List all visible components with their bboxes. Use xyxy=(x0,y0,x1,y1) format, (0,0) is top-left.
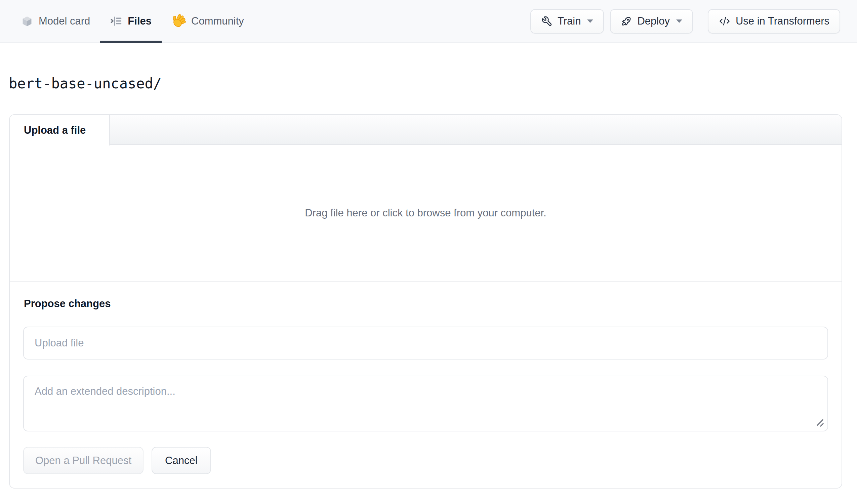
train-button-label: Train xyxy=(557,15,581,27)
textarea-resize-handle[interactable] xyxy=(816,419,825,427)
extended-description-textarea[interactable] xyxy=(23,376,828,432)
wrench-icon xyxy=(541,15,553,27)
repo-nav: Model card Files xyxy=(11,0,254,42)
tab-files[interactable]: Files xyxy=(100,0,162,42)
tab-community-label: Community xyxy=(191,15,244,27)
open-pull-request-button[interactable]: Open a Pull Request xyxy=(23,447,144,474)
caret-down-icon xyxy=(676,19,682,23)
deploy-button[interactable]: Deploy xyxy=(610,9,693,34)
repo-action-buttons: Train Deploy Use in Tr xyxy=(530,0,857,42)
repo-tab-bar: Model card Files xyxy=(0,0,857,43)
propose-changes-heading: Propose changes xyxy=(24,298,828,310)
code-icon xyxy=(719,15,730,27)
tab-upload-a-file-label: Upload a file xyxy=(24,124,86,136)
rocket-icon xyxy=(621,15,632,27)
form-buttons-row: Open a Pull Request Cancel xyxy=(23,447,828,474)
commit-title-input[interactable] xyxy=(23,326,828,359)
open-pull-request-label: Open a Pull Request xyxy=(35,455,131,467)
repo-path[interactable]: bert-base-uncased/ xyxy=(0,43,857,93)
tab-upload-a-file[interactable]: Upload a file xyxy=(10,115,110,146)
dropzone-hint-text: Drag file here or click to browse from y… xyxy=(305,207,546,219)
description-field-wrapper xyxy=(23,376,828,432)
file-dropzone[interactable]: Drag file here or click to browse from y… xyxy=(10,145,842,282)
cancel-button-label: Cancel xyxy=(165,455,198,467)
upload-panel: Upload a file Drag file here or click to… xyxy=(9,114,842,489)
tab-model-card-label: Model card xyxy=(39,15,90,27)
tab-files-label: Files xyxy=(128,15,152,27)
propose-changes-section: Propose changes Open a Pull Request Canc… xyxy=(10,282,842,488)
use-in-transformers-label: Use in Transformers xyxy=(736,15,829,27)
tab-model-card[interactable]: Model card xyxy=(11,0,100,42)
deploy-button-label: Deploy xyxy=(637,15,670,27)
files-list-icon xyxy=(110,15,122,27)
use-in-transformers-button[interactable]: Use in Transformers xyxy=(708,9,840,34)
cube-icon xyxy=(21,15,33,28)
caret-down-icon xyxy=(587,19,593,23)
tab-community[interactable]: Community xyxy=(162,0,254,42)
upload-panel-tabbar: Upload a file xyxy=(10,115,842,145)
train-button[interactable]: Train xyxy=(530,9,604,34)
waving-hand-icon xyxy=(172,14,186,28)
cancel-button[interactable]: Cancel xyxy=(152,447,211,474)
